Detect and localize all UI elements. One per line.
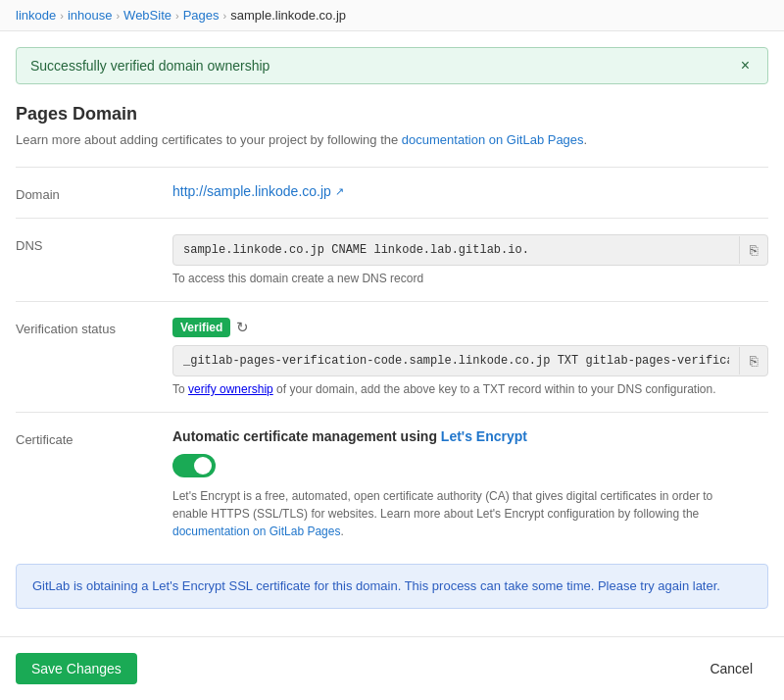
certificate-description: Let's Encrypt is a free, automated, open… (172, 487, 741, 540)
refresh-icon[interactable]: ↻ (236, 319, 249, 336)
info-message: GitLab is obtaining a Let's Encrypt SSL … (32, 578, 720, 593)
verification-status-row: Verified ↻ (172, 318, 768, 337)
description-suffix: . (584, 132, 588, 147)
breadcrumb-item-website[interactable]: WebSite (123, 8, 172, 23)
save-button[interactable]: Save Changes (16, 653, 137, 684)
breadcrumb-item-inhouse[interactable]: inhouse (68, 8, 113, 23)
page-description: Learn more about adding certificates to … (16, 132, 768, 147)
verification-hint-prefix: To (172, 382, 188, 396)
verification-label: Verification status (16, 318, 153, 336)
docs-link[interactable]: documentation on GitLab Pages (402, 132, 584, 147)
breadcrumb-item-linkode[interactable]: linkode (16, 8, 56, 23)
breadcrumb-item-pages[interactable]: Pages (183, 8, 220, 23)
certificate-title-prefix: Automatic certificate management using (172, 428, 441, 444)
domain-section: Domain http://sample.linkode.co.jp ↗ (16, 167, 768, 218)
alert-close-button[interactable]: × (737, 58, 754, 74)
verify-ownership-link[interactable]: verify ownership (188, 382, 273, 396)
description-prefix: Learn more about adding certificates to … (16, 132, 402, 147)
verification-content: Verified ↻ ⎘ To verify ownership of your… (172, 318, 768, 396)
verification-code-wrapper: ⎘ (172, 345, 768, 376)
dns-content: ⎘ To access this domain create a new DNS… (172, 234, 768, 285)
verification-hint: To verify ownership of your domain, add … (172, 382, 768, 396)
success-alert: Successfully verified domain ownership × (16, 47, 768, 84)
breadcrumb-sep-3: › (175, 10, 179, 22)
dns-section: DNS ⎘ To access this domain create a new… (16, 218, 768, 301)
domain-link[interactable]: http://sample.linkode.co.jp ↗ (172, 183, 344, 199)
certificate-title: Automatic certificate management using L… (172, 428, 768, 444)
breadcrumb-current: sample.linkode.co.jp (230, 8, 346, 23)
certificate-desc-suffix: . (340, 525, 343, 538)
page-title: Pages Domain (16, 104, 768, 125)
lets-encrypt-link[interactable]: Let's Encrypt (441, 428, 527, 444)
verification-section: Verification status Verified ↻ ⎘ To veri… (16, 301, 768, 412)
breadcrumb: linkode › inhouse › WebSite › Pages › sa… (0, 0, 784, 31)
dns-input-wrapper: ⎘ (172, 234, 768, 266)
external-link-icon: ↗ (335, 185, 344, 198)
form-footer: Save Changes Cancel (0, 636, 784, 700)
alert-message: Successfully verified domain ownership (30, 58, 270, 74)
certificate-label: Certificate (16, 428, 153, 447)
domain-content: http://sample.linkode.co.jp ↗ (172, 183, 768, 199)
breadcrumb-sep-2: › (116, 10, 120, 22)
cancel-button[interactable]: Cancel (694, 653, 768, 684)
domain-value: http://sample.linkode.co.jp (172, 183, 331, 199)
page-content: Pages Domain Learn more about adding cer… (0, 84, 784, 644)
certificate-docs-link[interactable]: documentation on GitLab Pages (172, 525, 340, 538)
certificate-content: Automatic certificate management using L… (172, 428, 768, 540)
breadcrumb-sep-4: › (223, 10, 227, 22)
certificate-section: Certificate Automatic certificate manage… (16, 412, 768, 556)
verified-text: Verified (180, 321, 222, 334)
certificate-toggle[interactable]: ✓ (172, 454, 216, 477)
verification-hint-suffix: of your domain, add the above key to a T… (273, 382, 716, 396)
verification-code-input[interactable] (173, 346, 739, 375)
dns-label: DNS (16, 234, 153, 253)
verification-copy-button[interactable]: ⎘ (739, 347, 767, 375)
info-box: GitLab is obtaining a Let's Encrypt SSL … (16, 564, 768, 609)
toggle-check-icon: ✓ (201, 459, 210, 472)
certificate-desc-text: Let's Encrypt is a free, automated, open… (172, 489, 712, 521)
toggle-slider: ✓ (172, 454, 216, 477)
toggle-wrapper: ✓ (172, 454, 768, 477)
domain-label: Domain (16, 183, 153, 202)
verified-badge: Verified (172, 318, 230, 337)
dns-hint: To access this domain create a new DNS r… (172, 272, 768, 285)
dns-copy-button[interactable]: ⎘ (739, 236, 767, 264)
dns-input[interactable] (173, 235, 739, 265)
breadcrumb-sep-1: › (60, 10, 64, 22)
